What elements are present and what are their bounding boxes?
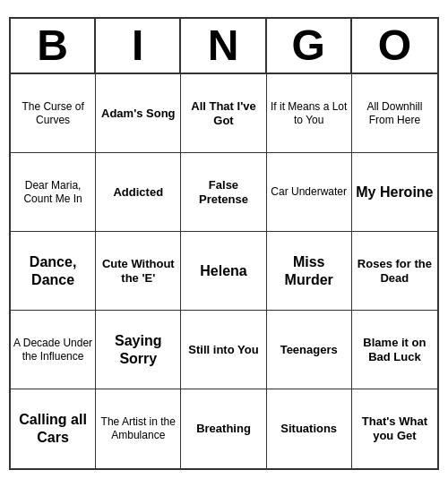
bingo-cell-1[interactable]: Adam's Song [96, 74, 181, 153]
bingo-cell-3[interactable]: If it Means a Lot to You [267, 74, 352, 153]
bingo-card: BINGO The Curse of CurvesAdam's SongAll … [9, 17, 439, 471]
bingo-cell-4[interactable]: All Downhill From Here [352, 74, 437, 153]
bingo-letter-n: N [181, 19, 266, 73]
bingo-letter-i: I [96, 19, 181, 73]
bingo-cell-0[interactable]: The Curse of Curves [11, 74, 96, 153]
bingo-letter-o: O [352, 19, 437, 73]
bingo-letter-b: B [11, 19, 96, 73]
bingo-cell-20[interactable]: Calling all Cars [11, 389, 96, 468]
bingo-cell-11[interactable]: Cute Without the 'E' [96, 232, 181, 311]
bingo-cell-2[interactable]: All That I've Got [181, 74, 266, 153]
bingo-letter-g: G [267, 19, 352, 73]
bingo-cell-14[interactable]: Roses for the Dead [352, 232, 437, 311]
bingo-cell-13[interactable]: Miss Murder [267, 232, 352, 311]
bingo-cell-21[interactable]: The Artist in the Ambulance [96, 389, 181, 468]
bingo-cell-24[interactable]: That's What you Get [352, 389, 437, 468]
bingo-cell-17[interactable]: Still into You [181, 311, 266, 389]
bingo-cell-12[interactable]: Helena [181, 232, 266, 311]
bingo-header: BINGO [11, 19, 437, 75]
bingo-cell-18[interactable]: Teenagers [267, 311, 352, 389]
bingo-cell-23[interactable]: Situations [267, 389, 352, 468]
bingo-grid: The Curse of CurvesAdam's SongAll That I… [11, 74, 437, 468]
bingo-cell-16[interactable]: Saying Sorry [96, 311, 181, 389]
bingo-cell-15[interactable]: A Decade Under the Influence [11, 311, 96, 389]
bingo-cell-10[interactable]: Dance, Dance [11, 232, 96, 311]
bingo-cell-7[interactable]: False Pretense [181, 153, 266, 232]
bingo-cell-9[interactable]: My Heroine [352, 153, 437, 232]
bingo-cell-5[interactable]: Dear Maria, Count Me In [11, 153, 96, 232]
bingo-cell-22[interactable]: Breathing [181, 389, 266, 468]
bingo-cell-8[interactable]: Car Underwater [267, 153, 352, 232]
bingo-cell-19[interactable]: Blame it on Bad Luck [352, 311, 437, 389]
bingo-cell-6[interactable]: Addicted [96, 153, 181, 232]
